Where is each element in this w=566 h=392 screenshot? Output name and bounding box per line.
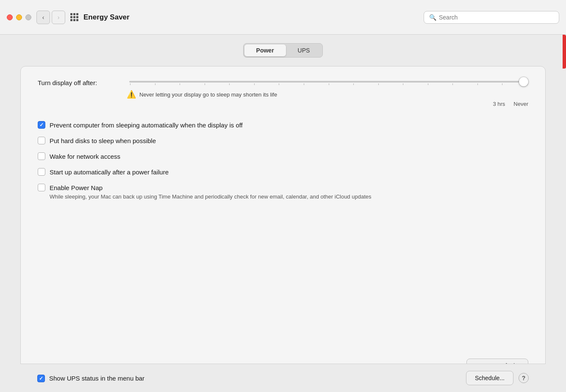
list-item: Put hard disks to sleep when possible: [38, 133, 528, 149]
options-section: Prevent computer from sleeping automatic…: [38, 117, 528, 204]
display-sleep-section: Turn display off after:: [38, 79, 528, 107]
content-area: Power UPS Turn display off after:: [0, 35, 566, 392]
hard-disks-checkbox[interactable]: [38, 137, 45, 144]
list-item: Wake for network access: [38, 149, 528, 164]
slider-label-3hrs: 3 hrs: [493, 101, 505, 107]
power-nap-sublabel: While sleeping, your Mac can back up usi…: [50, 193, 528, 201]
warning-text: Never letting your display go to sleep m…: [139, 91, 528, 98]
show-ups-checkbox[interactable]: [37, 375, 45, 382]
list-item: Start up automatically after a power fai…: [38, 164, 528, 180]
slider-label-never: Never: [513, 101, 528, 107]
settings-panel: Turn display off after:: [20, 66, 546, 384]
schedule-button[interactable]: Schedule...: [466, 371, 513, 385]
network-access-label: Wake for network access: [50, 153, 120, 160]
warning-row: ⚠️ Never letting your display go to slee…: [127, 90, 528, 99]
prevent-sleep-label: Prevent computer from sleeping automatic…: [50, 121, 243, 129]
back-button[interactable]: ‹: [36, 11, 50, 24]
nav-buttons: ‹ ›: [36, 11, 65, 24]
show-ups-label: Show UPS status in the menu bar: [49, 374, 144, 383]
power-nap-content: Enable Power Nap While sleeping, your Ma…: [50, 183, 528, 201]
forward-button[interactable]: ›: [52, 11, 65, 24]
close-button[interactable]: [7, 14, 13, 20]
slider-thumb[interactable]: [519, 77, 528, 86]
bottom-actions: Schedule... ?: [466, 371, 529, 385]
warning-icon: ⚠️: [127, 90, 136, 99]
app-grid-icon[interactable]: [70, 13, 78, 21]
power-failure-checkbox[interactable]: [38, 168, 45, 176]
search-input[interactable]: [439, 14, 554, 21]
hard-disks-label: Put hard disks to sleep when possible: [50, 137, 156, 144]
slider-ticks: [129, 83, 528, 85]
window-title: Energy Saver: [83, 13, 424, 22]
slider-label: Turn display off after:: [38, 79, 122, 86]
prevent-sleep-content: Prevent computer from sleeping automatic…: [50, 121, 528, 130]
prevent-sleep-checkbox[interactable]: [38, 121, 45, 129]
slider-track: [129, 81, 528, 83]
minimize-button[interactable]: [16, 14, 22, 20]
show-ups-item: Show UPS status in the menu bar: [37, 374, 466, 383]
display-sleep-slider-container: [129, 81, 528, 85]
network-access-content: Wake for network access: [50, 152, 528, 161]
tab-switcher: Power UPS: [243, 43, 323, 58]
power-failure-label: Start up automatically after a power fai…: [50, 168, 169, 176]
search-bar[interactable]: 🔍: [424, 11, 559, 24]
slider-labels: 3 hrs Never: [127, 101, 528, 107]
hard-disks-content: Put hard disks to sleep when possible: [50, 136, 528, 145]
network-access-checkbox[interactable]: [38, 152, 45, 160]
tab-ups[interactable]: UPS: [286, 44, 322, 56]
bottom-bar: Show UPS status in the menu bar Schedule…: [20, 364, 546, 392]
search-icon: 🔍: [429, 14, 436, 21]
power-nap-checkbox[interactable]: [38, 184, 45, 191]
maximize-button[interactable]: [25, 14, 31, 20]
power-failure-content: Start up automatically after a power fai…: [50, 168, 528, 177]
titlebar: ‹ › Energy Saver 🔍: [0, 0, 566, 35]
list-item: Enable Power Nap While sleeping, your Ma…: [38, 180, 528, 204]
scroll-accent: [563, 35, 566, 69]
tab-power[interactable]: Power: [244, 44, 286, 56]
list-item: Prevent computer from sleeping automatic…: [38, 117, 528, 133]
power-nap-label: Enable Power Nap: [50, 184, 103, 191]
traffic-lights: [7, 14, 31, 20]
help-button[interactable]: ?: [519, 373, 529, 383]
